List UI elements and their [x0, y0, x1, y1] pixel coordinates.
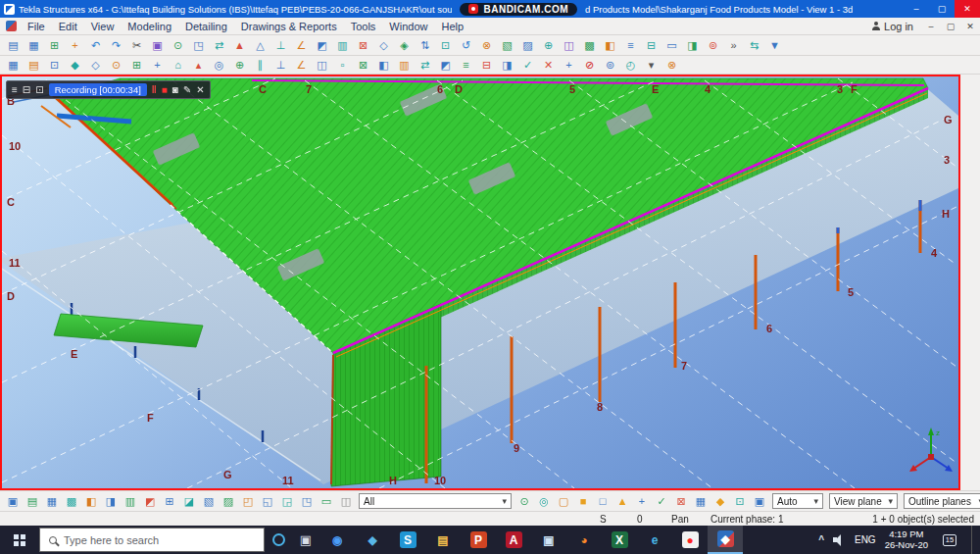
toolbar-icon[interactable]: ▥: [332, 37, 353, 54]
selection-switch-icon[interactable]: ◲: [277, 493, 297, 510]
selection-switch-icon[interactable]: ▥: [121, 493, 140, 510]
toolbar-icon[interactable]: ⊠: [353, 37, 373, 54]
screenshot-button[interactable]: ◙: [172, 84, 178, 95]
snap-switch-icon[interactable]: ⊠: [671, 493, 691, 510]
toolbar-icon[interactable]: ▨: [517, 37, 538, 54]
toolbar-icon[interactable]: ⊥: [270, 37, 291, 54]
language-indicator[interactable]: ENG: [855, 534, 876, 545]
selection-switch-icon[interactable]: ▩: [62, 493, 81, 510]
menu-tools[interactable]: Tools: [344, 18, 383, 35]
recorder-close-button[interactable]: ✕: [196, 84, 204, 95]
snap-switch-icon[interactable]: +: [632, 493, 652, 510]
toolbar-icon[interactable]: ⊙: [168, 37, 188, 54]
toolbar-icon[interactable]: ▧: [497, 37, 517, 54]
taskbar-app[interactable]: P: [461, 526, 496, 554]
snap-switch-icon[interactable]: □: [593, 493, 612, 510]
view-close-button[interactable]: ✕: [960, 18, 980, 35]
toolbar-icon[interactable]: ⊟: [476, 57, 497, 74]
selection-switch-icon[interactable]: ⊞: [160, 493, 179, 510]
login-button[interactable]: Log in: [863, 21, 921, 32]
selection-switch-icon[interactable]: ▧: [199, 493, 219, 510]
windows-start-button[interactable]: [0, 526, 39, 554]
taskbar-app-tekla[interactable]: ◆: [708, 526, 743, 554]
draw-button[interactable]: ✎: [183, 84, 191, 95]
toolbar-icon[interactable]: ◨: [682, 37, 703, 54]
view-restore-button[interactable]: ▢: [941, 18, 960, 35]
toolbar-icon[interactable]: ∠: [291, 37, 312, 54]
action-center-button[interactable]: 15: [937, 534, 962, 546]
taskbar-app[interactable]: ◕: [566, 526, 602, 554]
selection-switch-icon[interactable]: ◰: [238, 493, 258, 510]
recorder-menu-icon[interactable]: ≡: [12, 84, 18, 95]
toolbar-icon[interactable]: ▦: [24, 37, 44, 54]
toolbar-icon[interactable]: ◇: [373, 37, 394, 54]
pause-recording-button[interactable]: ‖: [152, 84, 157, 95]
menu-modeling[interactable]: Modeling: [121, 18, 178, 35]
toolbar-icon[interactable]: ▭: [662, 37, 682, 54]
menu-edit[interactable]: Edit: [52, 18, 84, 35]
taskbar-clock[interactable]: 4:19 PM 26-Nov-20: [885, 529, 928, 551]
snap-switch-icon[interactable]: ▲: [612, 493, 632, 510]
toolbar-icon[interactable]: ◴: [620, 57, 641, 74]
toolbar-icon[interactable]: ⊙: [106, 57, 126, 74]
menu-detailing[interactable]: Detailing: [178, 18, 234, 35]
toolbar-icon[interactable]: ⊚: [600, 57, 620, 74]
toolbar-icon[interactable]: ◫: [559, 37, 579, 54]
taskbar-app[interactable]: ◉: [319, 526, 355, 554]
snap-switch-icon[interactable]: ⊙: [514, 493, 534, 510]
toolbar-icon[interactable]: +: [147, 57, 168, 74]
toolbar-icon[interactable]: +: [559, 57, 579, 74]
menu-drawings-reports[interactable]: Drawings & Reports: [234, 18, 344, 35]
volume-icon[interactable]: [833, 534, 846, 546]
view-plane-dropdown[interactable]: View plane ▾: [829, 493, 898, 509]
toolbar-icon[interactable]: ⇆: [744, 37, 764, 54]
toolbar-icon[interactable]: ◎: [209, 57, 229, 74]
toolbar-icon[interactable]: ✓: [517, 57, 538, 74]
menu-help[interactable]: Help: [434, 18, 470, 35]
selection-switch-icon[interactable]: ◫: [336, 493, 356, 510]
toolbar-icon[interactable]: +: [65, 37, 85, 54]
toolbar-icon[interactable]: ≡: [620, 37, 641, 54]
toolbar-icon[interactable]: ↺: [456, 37, 476, 54]
toolbar-icon[interactable]: ◇: [85, 57, 106, 74]
selection-switch-icon[interactable]: ◳: [297, 493, 317, 510]
show-desktop-button[interactable]: [971, 526, 976, 554]
menu-file[interactable]: File: [21, 18, 52, 35]
taskbar-app[interactable]: ▤: [425, 526, 461, 554]
snap-switch-icon[interactable]: ▣: [750, 493, 769, 510]
snap-switch-icon[interactable]: ◎: [534, 493, 554, 510]
stop-recording-button[interactable]: ■: [162, 84, 168, 95]
toolbar-icon[interactable]: ▤: [24, 57, 44, 74]
taskbar-app[interactable]: A: [496, 526, 531, 554]
taskbar-app[interactable]: S: [390, 526, 425, 554]
toolbar-icon[interactable]: ▥: [394, 57, 415, 74]
toolbar-icon[interactable]: ▫: [332, 57, 353, 74]
toolbar-icon[interactable]: ▲: [229, 37, 250, 54]
maximize-button[interactable]: ▢: [929, 0, 955, 18]
toolbar-icon[interactable]: ⊡: [44, 57, 65, 74]
toolbar-icon[interactable]: ⊥: [270, 57, 291, 74]
selection-switch-icon[interactable]: ▭: [317, 493, 336, 510]
toolbar-icon[interactable]: ↷: [106, 37, 126, 54]
recorder-window-icon[interactable]: ⊟: [23, 84, 30, 95]
search-input[interactable]: Type here to search: [39, 528, 265, 552]
toolbar-icon[interactable]: ⊗: [476, 37, 497, 54]
toolbar-icon[interactable]: ✕: [538, 57, 559, 74]
toolbar-icon[interactable]: ◈: [394, 37, 415, 54]
selection-switch-icon[interactable]: ▨: [219, 493, 238, 510]
model-viewport[interactable]: z C76D5E43FB10C11DEFG11H10G3H456789 ≡ ⊟ …: [0, 75, 960, 490]
toolbar-icon[interactable]: ⇄: [415, 57, 435, 74]
toolbar-icon[interactable]: ⊕: [538, 37, 559, 54]
toolbar-icon[interactable]: ⇄: [209, 37, 229, 54]
toolbar-icon[interactable]: ∥: [250, 57, 270, 74]
toolbar-icon[interactable]: ⊠: [353, 57, 373, 74]
model-scene[interactable]: z: [2, 76, 958, 488]
selection-switch-icon[interactable]: ▣: [3, 493, 23, 510]
toolbar-icon[interactable]: ◩: [435, 57, 456, 74]
toolbar-icon[interactable]: ▤: [3, 37, 24, 54]
auto-dropdown[interactable]: Auto ▾: [772, 493, 823, 509]
toolbar-icon[interactable]: ⊕: [229, 57, 250, 74]
toolbar-icon[interactable]: ⌂: [168, 57, 188, 74]
toolbar-icon[interactable]: ▾: [641, 57, 662, 74]
taskbar-app[interactable]: e: [637, 526, 672, 554]
